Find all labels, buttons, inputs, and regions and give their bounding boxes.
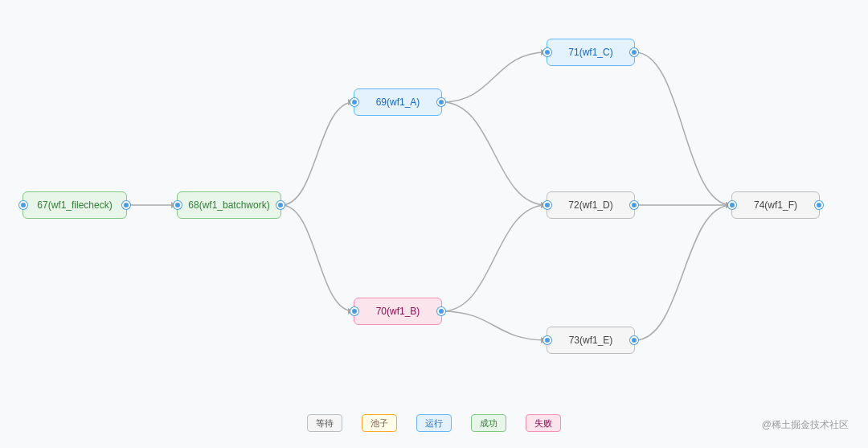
node-dot-right	[630, 48, 638, 56]
node-dot-right	[630, 201, 638, 209]
node-dot-right	[122, 201, 130, 209]
edge-n73-n74	[635, 205, 731, 340]
node-n70[interactable]: 70(wf1_B)	[354, 298, 442, 325]
node-n67[interactable]: 67(wf1_filecheck)	[23, 191, 127, 219]
legend-box: 成功	[471, 414, 506, 432]
node-dot-right	[276, 201, 285, 209]
edge-n68-n69	[281, 102, 354, 205]
node-dot-left	[543, 201, 551, 209]
legend-item-blue-legend: 运行	[416, 414, 452, 432]
node-dot-left	[728, 201, 736, 209]
edge-n70-n72	[442, 205, 547, 311]
node-n74[interactable]: 74(wf1_F)	[731, 191, 820, 219]
legend-item-red-legend: 失败	[526, 414, 561, 432]
node-dot-left	[350, 307, 358, 315]
edge-n70-n73	[442, 311, 547, 340]
node-n69[interactable]: 69(wf1_A)	[354, 88, 442, 116]
node-dot-right	[630, 336, 638, 344]
connections-svg	[0, 0, 868, 448]
legend-item-gray-legend: 等待	[307, 414, 342, 432]
legend-item-green-legend: 成功	[471, 414, 506, 432]
watermark: @稀土掘金技术社区	[762, 418, 849, 432]
node-dot-left	[350, 98, 358, 106]
legend-box: 池子	[362, 414, 397, 432]
legend-item-yellow-legend: 池子	[362, 414, 397, 432]
node-dot-left	[543, 336, 551, 344]
node-n73[interactable]: 73(wf1_E)	[547, 327, 635, 354]
edge-n68-n70	[281, 205, 354, 311]
legend-box: 失败	[526, 414, 561, 432]
legend-box: 等待	[307, 414, 342, 432]
node-dot-right	[437, 98, 445, 106]
node-dot-left	[19, 201, 27, 209]
node-dot-left	[543, 48, 551, 56]
edge-n69-n72	[442, 102, 547, 205]
node-dot-right	[437, 307, 445, 315]
legend-box: 运行	[416, 414, 452, 432]
diagram-area: 67(wf1_filecheck)68(wf1_batchwork)69(wf1…	[0, 0, 868, 448]
edge-n71-n74	[635, 52, 731, 205]
edge-n69-n71	[442, 52, 547, 102]
node-n72[interactable]: 72(wf1_D)	[547, 191, 635, 219]
node-n68[interactable]: 68(wf1_batchwork)	[177, 191, 281, 219]
node-dot-right	[815, 201, 823, 209]
node-dot-left	[174, 201, 182, 209]
node-n71[interactable]: 71(wf1_C)	[547, 39, 635, 66]
legend: 等待池子运行成功失败	[307, 414, 561, 432]
